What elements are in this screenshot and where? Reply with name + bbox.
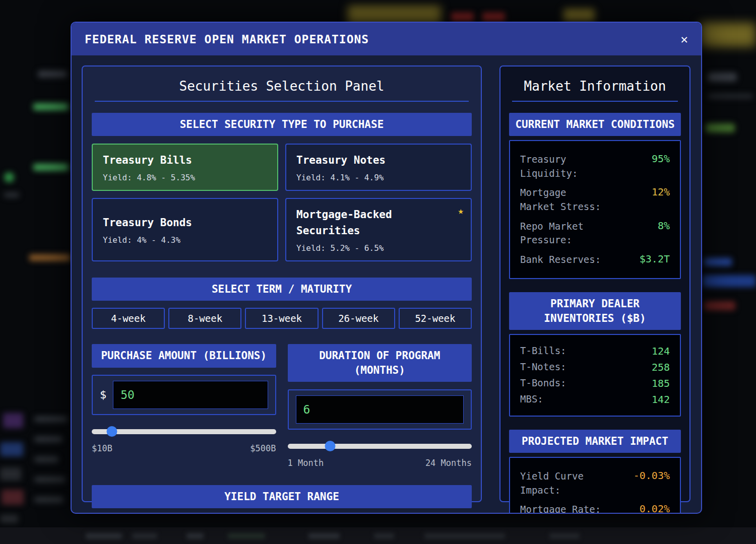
impact-row: Yield Curve Impact: -0.03% bbox=[520, 469, 670, 497]
security-cards-grid: Treasury Bills Yield: 4.8% - 5.35% Treas… bbox=[92, 144, 472, 261]
purchase-amount-header: PURCHASE AMOUNT (BILLIONS) bbox=[92, 344, 276, 367]
bg-text-blob bbox=[38, 71, 67, 78]
market-panel-title: Market Information bbox=[509, 79, 681, 94]
impact-value: 0.02% bbox=[640, 503, 670, 514]
inventory-row: T-Notes: 258 bbox=[520, 361, 670, 373]
security-card-treasury-bonds[interactable]: Treasury Bonds Yield: 4% - 4.3% bbox=[92, 198, 278, 261]
market-impact-header: PROJECTED MARKET IMPACT bbox=[509, 430, 681, 453]
securities-selection-panel: Securities Selection Panel SELECT SECURI… bbox=[82, 65, 482, 502]
term-button-26-week[interactable]: 26-week bbox=[322, 308, 395, 329]
fed-open-market-operations-modal: FEDERAL RESERVE OPEN MARKET OPERATIONS ✕… bbox=[71, 22, 702, 514]
currency-symbol: $ bbox=[100, 388, 106, 401]
bg-text-blob bbox=[708, 73, 737, 82]
security-name: Treasury Bills bbox=[103, 152, 267, 169]
purchase-amount-input[interactable] bbox=[113, 381, 268, 409]
bg-logo-blob bbox=[700, 23, 756, 47]
condition-value: $3.2T bbox=[640, 253, 670, 265]
condition-label: Mortgage Market Stress: bbox=[520, 186, 605, 214]
purchase-amount-slider[interactable] bbox=[92, 426, 276, 437]
slider-thumb[interactable] bbox=[107, 426, 117, 437]
bg-text-blob bbox=[34, 456, 58, 462]
bg-tile bbox=[3, 413, 23, 428]
inventory-value: 124 bbox=[652, 345, 670, 357]
impact-label: Mortgage Rate: bbox=[520, 503, 605, 514]
inventory-value: 142 bbox=[652, 393, 670, 405]
impact-row: Mortgage Rate: 0.02% bbox=[520, 503, 670, 514]
modal-titlebar: FEDERAL RESERVE OPEN MARKET OPERATIONS ✕ bbox=[72, 23, 701, 55]
duration-column: DURATION OF PROGRAM (MONTHS) 1 Month 24 … bbox=[288, 344, 472, 468]
inventory-label: T-Notes: bbox=[520, 361, 566, 373]
securities-panel-title: Securities Selection Panel bbox=[92, 79, 472, 94]
bg-status-dot bbox=[4, 172, 14, 182]
bg-text-blob bbox=[34, 477, 66, 483]
bg-text-blob bbox=[34, 416, 68, 422]
slider-track bbox=[288, 444, 472, 449]
inventory-label: MBS: bbox=[520, 393, 543, 405]
inventory-row: MBS: 142 bbox=[520, 393, 670, 405]
bg-badge bbox=[451, 13, 474, 22]
bg-text-blob bbox=[4, 192, 19, 197]
bg-text-blob bbox=[34, 436, 62, 442]
star-icon: ★ bbox=[458, 205, 464, 216]
bg-tile bbox=[2, 490, 24, 505]
security-card-treasury-bills[interactable]: Treasury Bills Yield: 4.8% - 5.35% bbox=[92, 144, 278, 191]
screen: FEDERAL RESERVE OPEN MARKET OPERATIONS ✕… bbox=[0, 0, 756, 544]
duration-range-labels: 1 Month 24 Months bbox=[288, 458, 472, 468]
market-conditions-box: Treasury Liquidity: 95% Mortgage Market … bbox=[509, 140, 681, 279]
term-button-8-week[interactable]: 8-week bbox=[168, 308, 241, 329]
range-min-label: $10B bbox=[92, 443, 112, 453]
market-impact-box: Yield Curve Impact: -0.03% Mortgage Rate… bbox=[509, 457, 681, 514]
condition-label: Treasury Liquidity: bbox=[520, 153, 605, 180]
duration-input[interactable] bbox=[296, 395, 464, 424]
amount-duration-section: PURCHASE AMOUNT (BILLIONS) $ $10B $500B bbox=[92, 344, 472, 468]
bg-tile bbox=[0, 467, 21, 481]
term-button-52-week[interactable]: 52-week bbox=[399, 308, 472, 329]
condition-row: Repo Market Pressure: 8% bbox=[520, 220, 670, 247]
close-icon[interactable]: ✕ bbox=[681, 33, 688, 45]
impact-value: -0.03% bbox=[634, 469, 670, 482]
bg-button-blob bbox=[704, 258, 732, 266]
bg-taskbar bbox=[0, 527, 756, 544]
bg-tile bbox=[0, 442, 23, 456]
duration-header: DURATION OF PROGRAM (MONTHS) bbox=[288, 344, 472, 382]
condition-label: Repo Market Pressure: bbox=[520, 220, 605, 247]
duration-slider[interactable] bbox=[288, 441, 472, 451]
inventory-row: T-Bills: 124 bbox=[520, 345, 670, 357]
divider bbox=[512, 101, 678, 102]
inventory-value: 258 bbox=[652, 361, 670, 373]
condition-row: Bank Reserves: $3.2T bbox=[520, 253, 670, 267]
security-yield: Yield: 4.1% - 4.9% bbox=[296, 173, 461, 182]
security-name: Treasury Bonds bbox=[103, 215, 267, 231]
condition-value: 8% bbox=[658, 220, 670, 232]
bg-progress-bar bbox=[33, 164, 69, 171]
slider-track bbox=[92, 429, 276, 434]
dealer-inventories-box: T-Bills: 124 T-Notes: 258 T-Bonds: 185 M… bbox=[509, 334, 681, 417]
security-name: Mortgage-Backed Securities bbox=[296, 207, 461, 239]
condition-row: Mortgage Market Stress: 12% bbox=[520, 186, 670, 214]
condition-value: 12% bbox=[652, 186, 670, 198]
yield-target-header: YIELD TARGET RANGE bbox=[92, 485, 472, 508]
term-header: SELECT TERM / MATURITY bbox=[92, 278, 472, 301]
condition-row: Treasury Liquidity: 95% bbox=[520, 153, 670, 180]
range-min-label: 1 Month bbox=[288, 458, 324, 468]
inventory-value: 185 bbox=[652, 377, 670, 389]
security-card-treasury-notes[interactable]: Treasury Notes Yield: 4.1% - 4.9% bbox=[285, 144, 472, 191]
market-information-panel: Market Information CURRENT MARKET CONDIT… bbox=[499, 65, 690, 502]
inventory-label: T-Bills: bbox=[520, 345, 566, 357]
security-type-header: SELECT SECURITY TYPE TO PURCHASE bbox=[92, 113, 472, 136]
purchase-amount-column: PURCHASE AMOUNT (BILLIONS) $ $10B $500B bbox=[92, 344, 276, 468]
purchase-range-labels: $10B $500B bbox=[92, 443, 276, 453]
range-max-label: 24 Months bbox=[425, 458, 472, 468]
bg-badge bbox=[704, 301, 735, 310]
inventory-row: T-Bonds: 185 bbox=[520, 377, 670, 389]
condition-label: Bank Reserves: bbox=[520, 253, 605, 267]
security-yield: Yield: 4.8% - 5.35% bbox=[103, 173, 267, 182]
bg-text-blob bbox=[708, 94, 753, 99]
slider-thumb[interactable] bbox=[325, 441, 335, 451]
term-button-13-week[interactable]: 13-week bbox=[245, 308, 318, 329]
bg-progress-bar bbox=[706, 123, 735, 132]
security-card-mortgage-backed[interactable]: ★ Mortgage-Backed Securities Yield: 5.2%… bbox=[285, 198, 472, 261]
divider bbox=[95, 101, 469, 102]
term-button-4-week[interactable]: 4-week bbox=[92, 308, 165, 329]
bg-progress-bar bbox=[33, 103, 69, 110]
